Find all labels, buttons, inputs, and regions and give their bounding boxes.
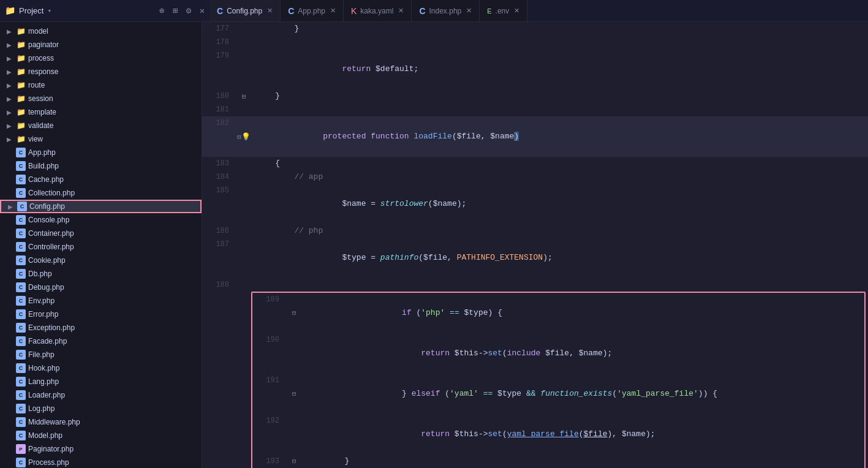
sidebar-item-paginator[interactable]: ▶ 📁 paginator [0,38,202,51]
sidebar-item-middleware-php[interactable]: C Middleware.php [0,415,202,429]
sidebar-item-label: route [28,81,45,89]
close-panel-icon[interactable]: ✕ [197,6,207,16]
tab-close-env[interactable]: ✕ [514,7,519,15]
sidebar-item-collection-php[interactable]: C Collection.php [0,186,202,200]
sidebar-item-session[interactable]: ▶ 📁 session [0,92,202,105]
sidebar-item-label: App.php [28,148,56,157]
sidebar-item-route[interactable]: ▶ 📁 route [0,78,202,92]
sidebar-item-facade-php[interactable]: C Facade.php [0,334,202,348]
line-content[interactable]: return $this->set(include $file, $name); [301,333,864,374]
line-content[interactable]: } [251,22,868,36]
tab-kaka-yaml[interactable]: K kaka.yaml ✕ [344,0,412,21]
line-number: 188 [202,278,236,292]
fold-icon[interactable]: ⊟ [242,92,246,100]
sidebar-item-label: Middleware.php [28,418,80,426]
sidebar-item-loader-php[interactable]: C Loader.php [0,388,202,402]
sidebar-item-validate[interactable]: ▶ 📁 validate [0,119,202,132]
sidebar-item-label: Exception.php [28,323,75,332]
tab-close-app[interactable]: ✕ [330,7,336,15]
tab-app-php[interactable]: C App.php ✕ [281,0,344,21]
chevron-right-icon: ▶ [5,82,13,89]
file-type-icon-env: E [487,7,491,15]
tab-label-config: Config.php [227,7,262,15]
sidebar-item-env-php[interactable]: C Env.php [0,294,202,308]
line-markers [236,157,251,170]
sidebar-item-process[interactable]: ▶ 📁 process [0,51,202,65]
line-markers [236,238,251,278]
line-markers [236,36,251,49]
sidebar-item-lang-php[interactable]: C Lang.php [0,375,202,388]
line-content[interactable]: return $this->set(yaml_parse_file($file)… [301,414,864,455]
fold-icon[interactable]: ⊟ [292,390,296,398]
sidebar-item-cookie-php[interactable]: C Cookie.php [0,254,202,267]
line-content[interactable]: { [251,157,868,170]
sidebar-item-label: Cache.php [28,175,64,184]
sidebar-item-view[interactable]: ▶ 📁 view [0,132,202,146]
tab-env[interactable]: E .env ✕ [480,0,527,21]
tab-close-kaka[interactable]: ✕ [398,7,404,15]
bulb-icon[interactable]: 💡 [241,132,251,142]
sidebar-item-label: model [28,27,48,36]
sidebar-item-cache-php[interactable]: C Cache.php [0,173,202,186]
line-content[interactable]: $type = pathinfo($file, PATHINFO_EXTENSI… [251,238,868,278]
sidebar-item-label: Controller.php [28,243,74,251]
line-content[interactable] [251,36,868,49]
line-content[interactable] [251,278,868,292]
sidebar-item-model-php[interactable]: C Model.php [0,429,202,442]
line-markers [236,103,251,116]
sidebar-item-paginator-php[interactable]: P Paginator.php [0,442,202,456]
fold-icon[interactable]: ⊟ [292,309,296,317]
line-number: 180 [202,89,236,103]
line-markers [287,414,301,455]
tab-close-index[interactable]: ✕ [466,7,472,15]
sidebar-item-label: Build.php [28,162,59,170]
code-editor[interactable]: 177 } 178 179 return $default; [202,22,868,468]
tab-close-config[interactable]: ✕ [267,7,273,15]
sidebar-item-log-php[interactable]: C Log.php [0,402,202,415]
tab-index-php[interactable]: C Index.php ✕ [412,0,480,21]
sidebar-item-exception-php[interactable]: C Exception.php [0,321,202,334]
line-content[interactable]: if ('php' == $type) { [301,293,864,333]
sidebar-item-db-php[interactable]: C Db.php [0,267,202,281]
fold-icon[interactable]: ⊟ [292,458,296,465]
fold-icon[interactable]: ⊟ [237,133,241,141]
line-markers [236,278,251,292]
sidebar-item-container-php[interactable]: C Container.php [0,227,202,240]
line-content[interactable]: protected function loadFile($file, $name… [251,116,868,157]
file-tree-sidebar[interactable]: ▶ 📁 model ▶ 📁 paginator ▶ 📁 process ▶ 📁 … [0,22,202,468]
file-icon-process: C [16,458,26,467]
sidebar-item-error-php[interactable]: C Error.php [0,308,202,321]
tab-label-kaka: kaka.yaml [360,7,393,15]
sidebar-item-hook-php[interactable]: C Hook.php [0,361,202,375]
sidebar-item-model[interactable]: ▶ 📁 model [0,25,202,38]
line-content[interactable]: return $default; [251,49,868,89]
sidebar-item-debug-php[interactable]: C Debug.php [0,281,202,294]
tab-label-env: .env [496,7,510,15]
add-file-icon[interactable]: ⊕ [157,6,167,16]
code-line-179: 179 return $default; [202,49,868,89]
line-content[interactable]: // php [251,224,868,238]
sidebar-item-response[interactable]: ▶ 📁 response [0,65,202,78]
sidebar-item-console-php[interactable]: C Console.php [0,213,202,227]
file-type-icon-index: C [419,6,425,16]
project-dropdown-icon[interactable]: ▾ [47,7,51,15]
sidebar-item-app-php[interactable]: C App.php [0,146,202,159]
sidebar-item-file-php[interactable]: C File.php [0,348,202,361]
sidebar-item-build-php[interactable]: C Build.php [0,159,202,173]
add-folder-icon[interactable]: ⊞ [170,6,180,16]
tab-config-php[interactable]: C Config.php ✕ [209,0,281,21]
file-icon-container: C [16,228,26,238]
sidebar-item-template[interactable]: ▶ 📁 template [0,105,202,119]
line-content[interactable] [251,103,868,116]
line-content[interactable]: } [251,89,868,103]
sidebar-item-process-php[interactable]: C Process.php [0,456,202,468]
folder-icon-validate: 📁 [16,121,26,130]
sidebar-item-label: Console.php [28,216,69,224]
settings-icon[interactable]: ⚙ [184,6,194,16]
sidebar-item-controller-php[interactable]: C Controller.php [0,240,202,254]
line-content[interactable]: } [301,455,864,468]
line-content[interactable]: // app [251,170,868,184]
line-content[interactable]: } elseif ('yaml' == $type && function_ex… [301,374,864,414]
line-content[interactable]: $name = strtolower($name); [251,184,868,224]
sidebar-item-config-php[interactable]: ▶ C Config.php [0,200,202,213]
